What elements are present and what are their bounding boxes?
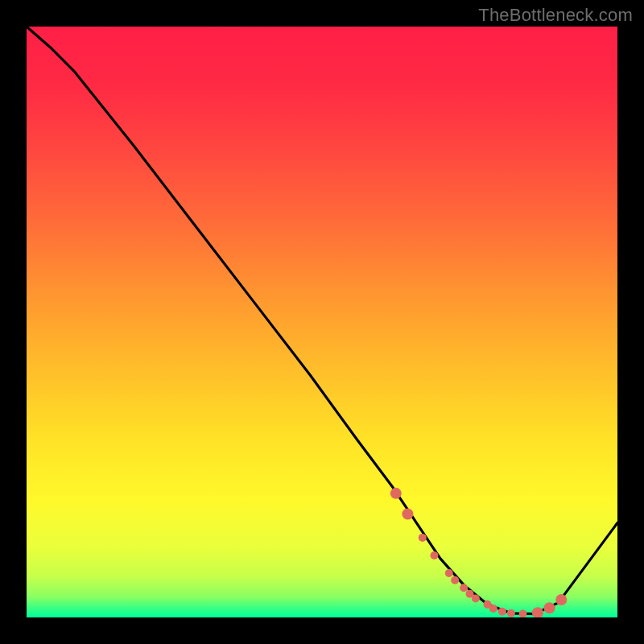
data-point (498, 608, 506, 616)
data-point (472, 595, 480, 603)
chart-svg (27, 27, 617, 617)
data-point (451, 576, 459, 584)
data-point (555, 594, 567, 605)
data-point (445, 569, 453, 577)
data-point (489, 605, 497, 613)
data-point (507, 609, 515, 617)
data-point (390, 488, 402, 499)
data-point (544, 602, 555, 613)
chart-stage: TheBottleneck.com (0, 0, 644, 644)
gradient-background (27, 27, 617, 617)
data-point (460, 584, 468, 592)
watermark-text: TheBottleneck.com (478, 5, 633, 26)
data-point (419, 534, 427, 542)
data-point (430, 551, 438, 559)
data-point (402, 509, 413, 520)
